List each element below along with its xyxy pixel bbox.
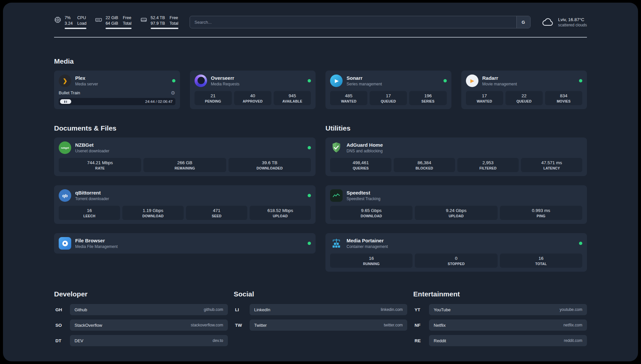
- pause-button[interactable]: [60, 99, 71, 104]
- weather-location: Lviv, 16.87°C: [558, 17, 587, 22]
- stat-pending: 21 PENDING: [195, 91, 232, 105]
- plex-icon: ❯: [59, 75, 71, 87]
- stat-stopped: 0 STOPPED: [415, 254, 497, 268]
- app-subtitle: Media Requests: [211, 82, 240, 86]
- app-card-plex[interactable]: ❯ Plex Media server Bullet Train ⚙: [54, 71, 180, 109]
- section-title-developer: Developer: [54, 290, 228, 298]
- app-name: Speedtest: [347, 190, 381, 196]
- dashboard-content: 7% 3.24 CPU Load: [54, 3, 587, 346]
- app-card-speedtest[interactable]: Speedtest Speedtest Tracking 9.65 Gbps D…: [325, 185, 587, 224]
- now-playing-title: Bullet Train: [59, 90, 80, 95]
- stat-downloaded: 39.6 TB DOWNLOADED: [229, 158, 311, 172]
- status-dot: [308, 79, 311, 82]
- app-card-sonarr[interactable]: ▶ Sonarr Series management 485 WANTED: [325, 71, 451, 109]
- app-name: Radarr: [482, 75, 517, 81]
- stat-available: 945 AVAILABLE: [274, 91, 311, 105]
- app-subtitle: Media server: [75, 82, 98, 86]
- app-subtitle: Torrent downloader: [75, 197, 109, 201]
- bookmark-abbr: GH: [54, 307, 70, 312]
- bookmark-link[interactable]: Github github.com: [70, 304, 228, 315]
- app-name: Overseerr: [211, 75, 240, 81]
- cloud-icon: [542, 17, 554, 27]
- app-name: NZBGet: [75, 142, 109, 148]
- stat-movies: 834 MOVIES: [545, 91, 582, 105]
- cpu-usage: 7%: [65, 15, 73, 21]
- bookmark-group-entertainment: Entertainment YT YouTube youtube.com NF …: [413, 290, 587, 346]
- app-name: qBittorrent: [75, 190, 109, 196]
- stat-download: 9.65 Gbps DOWNLOAD: [330, 206, 412, 220]
- app-subtitle: Usenet downloader: [75, 149, 109, 153]
- bookmark-abbr: RE: [413, 338, 429, 343]
- stat-queries: 498,461 QUERIES: [330, 158, 391, 172]
- app-name: Media Portainer: [347, 238, 388, 244]
- app-card-overseerr[interactable]: Overseerr Media Requests 21 PENDING 40 A…: [190, 71, 316, 109]
- section-title-utilities: Utilities: [325, 124, 587, 132]
- bookmark-linkedin: LI LinkedIn linkedin.com: [234, 304, 408, 315]
- bookmark-netflix: NF Netflix netflix.com: [413, 319, 587, 331]
- stat-series: 196 SERIES: [409, 91, 446, 105]
- app-card-portainer[interactable]: Media Portainer Container management 16 …: [325, 233, 587, 272]
- portainer-icon: [330, 237, 343, 250]
- app-card-nzbget[interactable]: nzbget NZBGet Usenet downloader 744.21 M…: [54, 137, 316, 176]
- section-documents: Documents & Files nzbget NZBGet Usenet d…: [54, 124, 316, 254]
- cpu-widget: 7% 3.24 CPU Load: [54, 15, 86, 29]
- bookmark-link[interactable]: Netflix netflix.com: [429, 319, 587, 331]
- disk-free-label: Free: [169, 15, 178, 21]
- search-input[interactable]: [190, 16, 516, 28]
- bookmark-link[interactable]: Reddit reddit.com: [429, 335, 587, 346]
- app-card-filebrowser[interactable]: File Browser Media File Management: [54, 233, 316, 254]
- section-title-media: Media: [54, 57, 587, 65]
- stat-wanted: 485 WANTED: [330, 91, 367, 105]
- app-name: Sonarr: [347, 75, 382, 81]
- cpu-widget-body: 7% 3.24 CPU Load: [65, 15, 86, 29]
- status-dot: [308, 194, 311, 197]
- media-progress-track[interactable]: 24:44 / 02:06:47: [59, 98, 175, 105]
- filebrowser-icon: [59, 237, 71, 250]
- weather-condition: scattered clouds: [558, 23, 587, 27]
- bookmark-twitter: TW Twitter twitter.com: [234, 319, 408, 331]
- bookmark-link[interactable]: Twitter twitter.com: [250, 319, 408, 331]
- overseerr-icon: [195, 75, 207, 87]
- bookmark-link[interactable]: DEV dev.to: [70, 335, 228, 346]
- disk-free: 52.4 TB: [151, 15, 165, 21]
- bookmark-abbr: NF: [413, 323, 429, 328]
- app-name: AdGuard Home: [347, 142, 383, 148]
- cpu-label: CPU: [77, 15, 86, 21]
- bookmark-abbr: DT: [54, 338, 70, 343]
- app-subtitle: DNS and adblocking: [347, 149, 383, 153]
- adguard-icon: [330, 141, 343, 154]
- status-dot: [172, 79, 175, 82]
- app-card-radarr[interactable]: ▶ Radarr Movie management 17 WANTED: [461, 71, 587, 109]
- topbar-divider: [54, 37, 587, 38]
- bookmark-youtube: YT YouTube youtube.com: [413, 304, 587, 315]
- memory-free-label: Free: [123, 15, 131, 21]
- section-title-entertainment: Entertainment: [413, 290, 587, 298]
- search-bar: G: [190, 16, 531, 28]
- bookmark-abbr: YT: [413, 307, 429, 312]
- bookmark-abbr: SO: [54, 323, 70, 328]
- bookmark-github: GH Github github.com: [54, 304, 228, 315]
- bookmark-link[interactable]: LinkedIn linkedin.com: [250, 304, 408, 315]
- bookmark-abbr: TW: [234, 323, 250, 328]
- disk-total-label: Total: [169, 21, 178, 26]
- stat-approved: 40 APPROVED: [234, 91, 271, 105]
- app-card-qbittorrent[interactable]: qb qBittorrent Torrent downloader 16 LEE…: [54, 185, 316, 224]
- cpu-load-value: 3.24: [65, 21, 73, 26]
- dashboard-screen: 7% 3.24 CPU Load: [3, 3, 638, 361]
- sonarr-icon: ▶: [330, 75, 343, 87]
- stat-wanted: 17 WANTED: [466, 91, 503, 105]
- cpu-usage-bar: [65, 28, 86, 29]
- disk-icon: [140, 16, 147, 23]
- bookmark-link[interactable]: StackOverflow stackoverflow.com: [70, 319, 228, 331]
- bookmark-link[interactable]: YouTube youtube.com: [429, 304, 587, 315]
- gear-icon[interactable]: ⚙: [171, 90, 175, 95]
- status-dot: [443, 79, 447, 82]
- app-card-adguard[interactable]: AdGuard Home DNS and adblocking 498,461 …: [325, 137, 587, 176]
- bookmark-reddit: RE Reddit reddit.com: [413, 335, 587, 346]
- status-dot: [308, 146, 311, 149]
- status-dot: [308, 242, 311, 245]
- cpu-icon: [54, 16, 61, 23]
- section-utilities: Utilities AdGuard Home: [325, 124, 587, 272]
- search-provider-button[interactable]: G: [516, 16, 530, 28]
- stat-running: 16 RUNNING: [330, 254, 412, 268]
